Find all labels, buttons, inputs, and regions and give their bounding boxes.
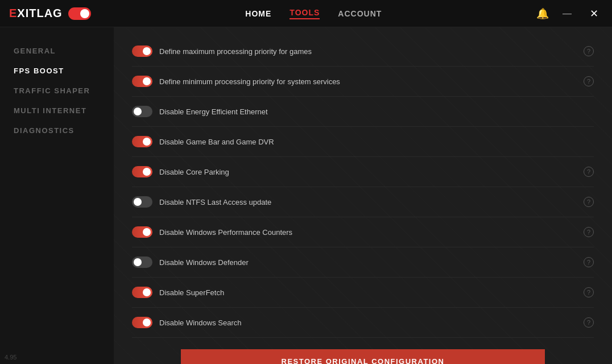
toggle-game-bar[interactable]: [132, 136, 152, 147]
help-ntfs-access[interactable]: ?: [584, 197, 594, 207]
label-win-search: Disable Windows Search: [159, 318, 574, 327]
logo-area: EXITLAG: [9, 7, 91, 20]
setting-row-superfetch: Disable SuperFetch ?: [132, 278, 594, 308]
help-min-priority[interactable]: ?: [584, 76, 594, 86]
main-layout: GENERAL FPS BOOST TRAFFIC SHAPER MULTI I…: [0, 27, 612, 364]
help-win-search[interactable]: ?: [584, 317, 594, 328]
content-area: Define maximum processing priority for g…: [114, 27, 612, 364]
logo-e: E: [9, 7, 17, 19]
logo-rest: XITLAG: [17, 7, 62, 19]
sidebar: GENERAL FPS BOOST TRAFFIC SHAPER MULTI I…: [0, 27, 114, 364]
sidebar-item-traffic-shaper[interactable]: TRAFFIC SHAPER: [0, 81, 114, 101]
label-defender: Disable Windows Defender: [159, 258, 574, 267]
sidebar-item-general[interactable]: GENERAL: [0, 41, 114, 61]
setting-row-core-parking: Disable Core Parking ?: [132, 157, 594, 187]
toggle-ntfs-access[interactable]: [132, 196, 152, 208]
toggle-core-parking[interactable]: [132, 166, 152, 177]
setting-row-win-search: Disable Windows Search ?: [132, 308, 594, 338]
nav-account[interactable]: ACCOUNT: [338, 9, 382, 18]
toggle-perf-counters[interactable]: [132, 226, 152, 238]
window-controls: 🔔 — ✕: [536, 5, 603, 22]
toggle-max-priority[interactable]: [132, 46, 152, 57]
setting-row-game-bar: Disable Game Bar and Game DVR: [132, 127, 594, 157]
setting-row-perf-counters: Disable Windows Performance Counters ?: [132, 217, 594, 247]
setting-row-max-priority: Define maximum processing priority for g…: [132, 36, 594, 67]
label-superfetch: Disable SuperFetch: [159, 288, 574, 297]
power-toggle[interactable]: [68, 7, 91, 20]
help-perf-counters[interactable]: ?: [584, 227, 594, 237]
settings-list: Define maximum processing priority for g…: [132, 36, 594, 338]
label-energy-ethernet: Disable Energy Efficient Ethernet: [159, 107, 594, 116]
main-nav: HOME TOOLS ACCOUNT: [245, 8, 382, 19]
help-defender[interactable]: ?: [584, 257, 594, 267]
setting-row-energy-ethernet: Disable Energy Efficient Ethernet: [132, 97, 594, 127]
restore-button[interactable]: RESTORE ORIGINAL CONFIGURATION: [181, 349, 545, 364]
notification-icon[interactable]: 🔔: [536, 7, 549, 20]
label-game-bar: Disable Game Bar and Game DVR: [159, 138, 594, 146]
help-superfetch[interactable]: ?: [584, 287, 594, 297]
toggle-min-priority[interactable]: [132, 76, 152, 87]
sidebar-item-fps-boost[interactable]: FPS BOOST: [0, 61, 114, 81]
toggle-superfetch[interactable]: [132, 287, 152, 298]
label-max-priority: Define maximum processing priority for g…: [159, 47, 574, 56]
sidebar-item-diagnostics[interactable]: DIAGNOSTICS: [0, 121, 114, 140]
restore-section: RESTORE ORIGINAL CONFIGURATION: [132, 338, 594, 364]
label-min-priority: Define minimum processing priority for s…: [159, 77, 574, 86]
toggle-energy-ethernet[interactable]: [132, 106, 152, 117]
setting-row-defender: Disable Windows Defender ?: [132, 247, 594, 278]
minimize-button[interactable]: —: [558, 6, 576, 21]
app-logo: EXITLAG: [9, 7, 63, 20]
label-perf-counters: Disable Windows Performance Counters: [159, 228, 574, 237]
titlebar: EXITLAG HOME TOOLS ACCOUNT 🔔 — ✕: [0, 0, 612, 27]
toggle-win-search[interactable]: [132, 317, 152, 328]
nav-tools[interactable]: TOOLS: [290, 8, 320, 19]
nav-home[interactable]: HOME: [245, 9, 271, 18]
help-core-parking[interactable]: ?: [584, 167, 594, 177]
setting-row-min-priority: Define minimum processing priority for s…: [132, 67, 594, 97]
label-ntfs-access: Disable NTFS Last Access update: [159, 198, 574, 206]
sidebar-item-multi-internet[interactable]: MULTI INTERNET: [0, 101, 114, 121]
help-max-priority[interactable]: ?: [584, 46, 594, 56]
close-button[interactable]: ✕: [585, 5, 603, 22]
label-core-parking: Disable Core Parking: [159, 168, 574, 176]
toggle-defender[interactable]: [132, 257, 152, 268]
setting-row-ntfs-access: Disable NTFS Last Access update ?: [132, 187, 594, 217]
version-label: 4.95: [5, 354, 16, 361]
